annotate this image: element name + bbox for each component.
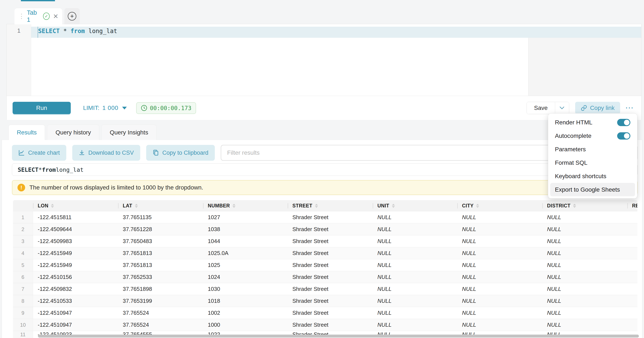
limit-dropdown[interactable]: LIMIT: 1 000 <box>83 105 127 111</box>
cell-city[interactable]: NULL <box>457 259 542 271</box>
sort-icon[interactable] <box>476 204 479 208</box>
column-header-region[interactable]: REGION <box>628 200 638 212</box>
cell-number[interactable]: 1027 <box>203 212 288 223</box>
cell-lon[interactable]: -122.4510156 <box>33 271 118 283</box>
menu-item-autocomplete[interactable]: Autocomplete <box>550 129 635 142</box>
cell-street[interactable]: Shrader Street <box>288 212 373 223</box>
cell-street[interactable]: Shrader Street <box>288 307 373 319</box>
cell-lon[interactable]: -122.4509644 <box>33 223 118 235</box>
cell-lon[interactable]: -122.4515949 <box>33 247 118 259</box>
column-header-lat[interactable]: LAT <box>118 200 203 212</box>
column-header-lon[interactable]: LON <box>33 200 118 212</box>
cell-lat[interactable]: 37.7651898 <box>118 283 203 295</box>
cell-street[interactable]: Shrader Street <box>288 295 373 307</box>
cell-lat[interactable]: 37.7651813 <box>118 247 203 259</box>
cell-lat[interactable]: 37.7651813 <box>118 259 203 271</box>
column-header-number[interactable]: NUMBER <box>203 200 288 212</box>
cell-city[interactable]: NULL <box>457 247 542 259</box>
cell-unit[interactable]: NULL <box>373 295 457 307</box>
cell-unit[interactable]: NULL <box>373 212 457 223</box>
close-icon[interactable]: ✕ <box>53 13 58 20</box>
cell-district[interactable]: NULL <box>542 319 628 331</box>
cell-number[interactable]: 1000 <box>203 319 288 331</box>
cell-city[interactable]: NULL <box>457 283 542 295</box>
cell-lat[interactable]: 37.7651135 <box>118 212 203 223</box>
menu-item-render-html[interactable]: Render HTML <box>550 116 635 129</box>
new-tab-button[interactable]: + <box>64 8 80 24</box>
cell-district[interactable]: NULL <box>542 247 628 259</box>
cell-district[interactable]: NULL <box>542 212 628 223</box>
sort-icon[interactable] <box>51 204 54 208</box>
toggle-switch-on[interactable] <box>617 119 630 126</box>
cell-number[interactable]: 1024 <box>203 271 288 283</box>
cell-lon[interactable]: -122.4509832 <box>33 283 118 295</box>
cell-city[interactable]: NULL <box>457 307 542 319</box>
cell-lat[interactable]: 37.7653199 <box>118 295 203 307</box>
tab-results[interactable]: Results <box>8 125 45 140</box>
cell-unit[interactable]: NULL <box>373 223 457 235</box>
sort-icon[interactable] <box>573 204 576 208</box>
cell-city[interactable]: NULL <box>457 223 542 235</box>
cell-city[interactable]: NULL <box>457 271 542 283</box>
cell-number[interactable]: 1025 <box>203 259 288 271</box>
cell-street[interactable]: Shrader Street <box>288 271 373 283</box>
column-header-street[interactable]: STREET <box>288 200 373 212</box>
cell-lat[interactable]: 37.765524 <box>118 319 203 331</box>
cell-district[interactable]: NULL <box>542 271 628 283</box>
cell-lat[interactable]: 37.765524 <box>118 307 203 319</box>
sort-icon[interactable] <box>392 204 395 208</box>
copy-link-button[interactable]: Copy link <box>575 102 620 114</box>
column-header-district[interactable]: DISTRICT <box>542 200 628 212</box>
sort-icon[interactable] <box>315 204 318 208</box>
save-options-button[interactable] <box>555 102 569 114</box>
cell-unit[interactable]: NULL <box>373 307 457 319</box>
create-chart-button[interactable]: Create chart <box>12 145 66 161</box>
cell-unit[interactable]: NULL <box>373 271 457 283</box>
cell-street[interactable]: Shrader Street <box>288 223 373 235</box>
cell-number[interactable]: 1038 <box>203 223 288 235</box>
cell-unit[interactable]: NULL <box>373 247 457 259</box>
cell-unit[interactable]: NULL <box>373 283 457 295</box>
cell-district[interactable]: NULL <box>542 307 628 319</box>
cell-lat[interactable]: 37.7650483 <box>118 235 203 247</box>
cell-region[interactable] <box>628 235 638 247</box>
cell-lat[interactable]: 37.7651228 <box>118 223 203 235</box>
cell-region[interactable] <box>628 295 638 307</box>
cell-region[interactable] <box>628 259 638 271</box>
cell-lon[interactable]: -122.4515811 <box>33 212 118 223</box>
sql-editor[interactable]: 1 SELECT * from long_lat <box>6 24 641 96</box>
cell-street[interactable]: Shrader Street <box>288 259 373 271</box>
toggle-switch-on[interactable] <box>617 132 630 139</box>
cell-unit[interactable]: NULL <box>373 259 457 271</box>
cell-lon[interactable]: -122.4515949 <box>33 259 118 271</box>
cell-city[interactable]: NULL <box>457 212 542 223</box>
more-options-button[interactable]: ··· <box>626 104 634 112</box>
sql-code-line[interactable]: SELECT * from long_lat <box>38 28 117 35</box>
column-header-city[interactable]: CITY <box>457 200 542 212</box>
cell-number[interactable]: 1018 <box>203 295 288 307</box>
cell-city[interactable]: NULL <box>457 319 542 331</box>
cell-number[interactable]: 1025.0A <box>203 247 288 259</box>
menu-item-keyboard-shortcuts[interactable]: Keyboard shortcuts <box>550 170 635 183</box>
menu-item-parameters[interactable]: Parameters <box>550 142 635 156</box>
cell-district[interactable]: NULL <box>542 283 628 295</box>
cell-district[interactable]: NULL <box>542 235 628 247</box>
cell-region[interactable] <box>628 319 638 331</box>
cell-street[interactable]: Shrader Street <box>288 235 373 247</box>
cell-lon[interactable]: -122.4510947 <box>33 319 118 331</box>
cell-region[interactable] <box>628 307 638 319</box>
drag-dots-icon[interactable]: ⋮ <box>18 13 24 20</box>
cell-number[interactable]: 1002 <box>203 307 288 319</box>
menu-item-export-to-google-sheets[interactable]: Export to Google Sheets <box>550 183 635 196</box>
column-header-unit[interactable]: UNIT <box>373 200 457 212</box>
copy-clipboard-button[interactable]: Copy to Clipboard <box>146 145 215 161</box>
cell-unit[interactable]: NULL <box>373 319 457 331</box>
download-csv-button[interactable]: Download to CSV <box>72 145 140 161</box>
cell-lon[interactable]: -122.4509983 <box>33 235 118 247</box>
run-button[interactable]: Run <box>12 102 71 114</box>
cell-district[interactable]: NULL <box>542 259 628 271</box>
save-button[interactable]: Save <box>527 102 555 114</box>
cell-region[interactable] <box>628 247 638 259</box>
cell-region[interactable] <box>628 212 638 223</box>
cell-number[interactable]: 1030 <box>203 283 288 295</box>
